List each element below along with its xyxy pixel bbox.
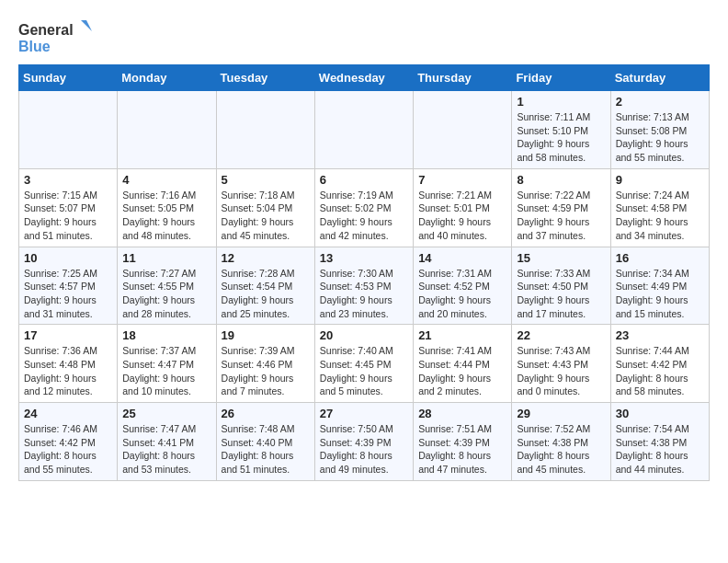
day-info: Sunrise: 7:52 AMSunset: 4:38 PMDaylight:… [517,422,605,477]
calendar-cell: 2Sunrise: 7:13 AMSunset: 5:08 PMDaylight… [610,91,709,169]
weekday-header: Sunday [19,65,118,91]
calendar-cell: 19Sunrise: 7:39 AMSunset: 4:46 PMDayligh… [216,325,314,403]
calendar-cell: 3Sunrise: 7:15 AMSunset: 5:07 PMDaylight… [19,168,118,247]
logo: GeneralBlue [18,18,92,55]
calendar-cell: 30Sunrise: 7:54 AMSunset: 4:38 PMDayligh… [610,403,709,481]
calendar-cell [216,91,314,169]
day-info: Sunrise: 7:18 AMSunset: 5:04 PMDaylight:… [222,189,310,243]
calendar-table: SundayMondayTuesdayWednesdayThursdayFrid… [18,64,710,481]
day-number: 13 [320,251,408,265]
day-info: Sunrise: 7:11 AMSunset: 5:10 PMDaylight:… [517,110,605,165]
weekday-header: Saturday [610,65,709,91]
svg-marker-2 [81,20,92,31]
calendar-cell: 9Sunrise: 7:24 AMSunset: 4:58 PMDaylight… [610,168,709,247]
day-info: Sunrise: 7:27 AMSunset: 4:55 PMDaylight:… [122,267,210,321]
calendar-cell: 29Sunrise: 7:52 AMSunset: 4:38 PMDayligh… [512,403,610,481]
calendar-cell: 8Sunrise: 7:22 AMSunset: 4:59 PMDaylight… [512,168,610,247]
calendar-cell [19,91,118,169]
calendar-cell: 22Sunrise: 7:43 AMSunset: 4:43 PMDayligh… [512,325,610,403]
day-info: Sunrise: 7:34 AMSunset: 4:49 PMDaylight:… [616,267,704,321]
calendar-cell: 18Sunrise: 7:37 AMSunset: 4:47 PMDayligh… [118,325,216,403]
day-info: Sunrise: 7:33 AMSunset: 4:50 PMDaylight:… [517,267,605,321]
day-info: Sunrise: 7:47 AMSunset: 4:41 PMDaylight:… [122,422,210,477]
calendar-cell: 15Sunrise: 7:33 AMSunset: 4:50 PMDayligh… [512,247,610,325]
day-info: Sunrise: 7:24 AMSunset: 4:58 PMDaylight:… [616,189,704,243]
calendar-cell: 13Sunrise: 7:30 AMSunset: 4:53 PMDayligh… [314,247,413,325]
day-info: Sunrise: 7:51 AMSunset: 4:39 PMDaylight:… [418,422,506,477]
day-info: Sunrise: 7:39 AMSunset: 4:46 PMDaylight:… [222,344,310,398]
calendar-cell: 20Sunrise: 7:40 AMSunset: 4:45 PMDayligh… [314,325,413,403]
day-number: 6 [320,173,408,187]
calendar-cell [118,91,216,169]
calendar-header-row: SundayMondayTuesdayWednesdayThursdayFrid… [19,65,710,91]
day-info: Sunrise: 7:36 AMSunset: 4:48 PMDaylight:… [24,344,112,398]
day-info: Sunrise: 7:37 AMSunset: 4:47 PMDaylight:… [122,344,210,398]
day-info: Sunrise: 7:19 AMSunset: 5:02 PMDaylight:… [320,189,408,243]
day-number: 21 [418,328,506,342]
calendar-cell: 26Sunrise: 7:48 AMSunset: 4:40 PMDayligh… [216,403,314,481]
day-info: Sunrise: 7:15 AMSunset: 5:07 PMDaylight:… [24,189,112,243]
calendar-cell: 27Sunrise: 7:50 AMSunset: 4:39 PMDayligh… [314,403,413,481]
header: GeneralBlue [18,18,710,55]
day-info: Sunrise: 7:54 AMSunset: 4:38 PMDaylight:… [616,422,704,477]
day-info: Sunrise: 7:22 AMSunset: 4:59 PMDaylight:… [517,189,605,243]
day-info: Sunrise: 7:25 AMSunset: 4:57 PMDaylight:… [24,267,112,321]
day-number: 9 [616,173,704,187]
calendar-cell: 24Sunrise: 7:46 AMSunset: 4:42 PMDayligh… [19,403,118,481]
day-number: 3 [24,173,112,187]
calendar-cell: 5Sunrise: 7:18 AMSunset: 5:04 PMDaylight… [216,168,314,247]
day-number: 23 [616,328,704,342]
calendar-cell: 25Sunrise: 7:47 AMSunset: 4:41 PMDayligh… [118,403,216,481]
calendar-cell: 1Sunrise: 7:11 AMSunset: 5:10 PMDaylight… [512,91,610,169]
calendar-cell: 10Sunrise: 7:25 AMSunset: 4:57 PMDayligh… [19,247,118,325]
calendar-cell [314,91,413,169]
calendar-cell: 11Sunrise: 7:27 AMSunset: 4:55 PMDayligh… [118,247,216,325]
day-number: 24 [24,407,112,420]
weekday-header: Thursday [414,65,512,91]
day-number: 20 [320,328,408,342]
day-info: Sunrise: 7:50 AMSunset: 4:39 PMDaylight:… [320,422,408,477]
day-number: 26 [222,407,310,420]
day-number: 29 [517,407,605,420]
calendar-cell: 21Sunrise: 7:41 AMSunset: 4:44 PMDayligh… [414,325,512,403]
calendar-week-row: 1Sunrise: 7:11 AMSunset: 5:10 PMDaylight… [19,91,710,169]
calendar-cell: 28Sunrise: 7:51 AMSunset: 4:39 PMDayligh… [414,403,512,481]
day-number: 5 [222,173,310,187]
weekday-header: Wednesday [314,65,413,91]
day-number: 25 [122,407,210,420]
day-info: Sunrise: 7:13 AMSunset: 5:08 PMDaylight:… [616,110,704,165]
day-info: Sunrise: 7:44 AMSunset: 4:42 PMDaylight:… [616,344,704,398]
day-info: Sunrise: 7:28 AMSunset: 4:54 PMDaylight:… [222,267,310,321]
day-number: 11 [122,251,210,265]
day-number: 1 [517,95,605,109]
day-number: 27 [320,407,408,420]
day-info: Sunrise: 7:40 AMSunset: 4:45 PMDaylight:… [320,344,408,398]
calendar-cell: 7Sunrise: 7:21 AMSunset: 5:01 PMDaylight… [414,168,512,247]
calendar-week-row: 3Sunrise: 7:15 AMSunset: 5:07 PMDaylight… [19,168,710,247]
day-info: Sunrise: 7:46 AMSunset: 4:42 PMDaylight:… [24,422,112,477]
day-number: 8 [517,173,605,187]
calendar-week-row: 24Sunrise: 7:46 AMSunset: 4:42 PMDayligh… [19,403,710,481]
day-number: 15 [517,251,605,265]
day-info: Sunrise: 7:43 AMSunset: 4:43 PMDaylight:… [517,344,605,398]
day-number: 14 [418,251,506,265]
day-info: Sunrise: 7:30 AMSunset: 4:53 PMDaylight:… [320,267,408,321]
day-info: Sunrise: 7:21 AMSunset: 5:01 PMDaylight:… [418,189,506,243]
day-info: Sunrise: 7:16 AMSunset: 5:05 PMDaylight:… [122,189,210,243]
calendar-cell: 16Sunrise: 7:34 AMSunset: 4:49 PMDayligh… [610,247,709,325]
svg-text:Blue: Blue [18,39,51,54]
calendar-cell: 17Sunrise: 7:36 AMSunset: 4:48 PMDayligh… [19,325,118,403]
day-number: 16 [616,251,704,265]
calendar-week-row: 10Sunrise: 7:25 AMSunset: 4:57 PMDayligh… [19,247,710,325]
calendar-cell: 23Sunrise: 7:44 AMSunset: 4:42 PMDayligh… [610,325,709,403]
day-number: 30 [616,407,704,420]
day-info: Sunrise: 7:48 AMSunset: 4:40 PMDaylight:… [222,422,310,477]
calendar-cell: 6Sunrise: 7:19 AMSunset: 5:02 PMDaylight… [314,168,413,247]
day-number: 7 [418,173,506,187]
weekday-header: Friday [512,65,610,91]
day-number: 22 [517,328,605,342]
weekday-header: Monday [118,65,216,91]
day-number: 19 [222,328,310,342]
day-number: 12 [222,251,310,265]
calendar-week-row: 17Sunrise: 7:36 AMSunset: 4:48 PMDayligh… [19,325,710,403]
